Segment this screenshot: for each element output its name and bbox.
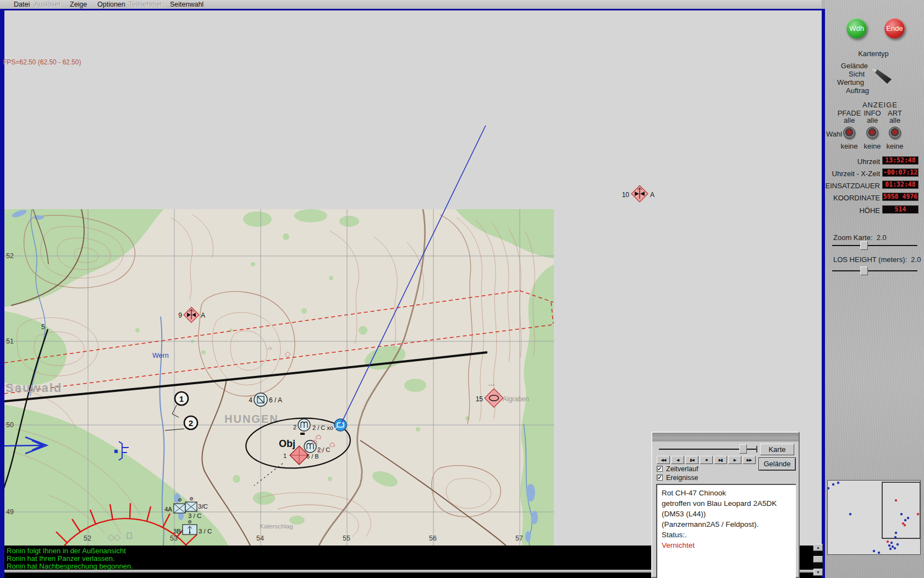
hoehe-label: HÖHE: [825, 206, 880, 215]
playback-dialog: ◀◀ ◀ ▮◀ ■ ▶▮ ▶ ▶▶ ✓ Zeitverlauf ✓ Ereign…: [651, 432, 800, 578]
console-message: Ronin folgt Ihnen in der Außenansicht: [7, 547, 126, 555]
anzeige-title: ANZEIGE: [858, 101, 902, 109]
menu-seitenwahl[interactable]: Seitenwahl: [170, 1, 204, 8]
kartentyp-option-gelaende[interactable]: Gelände: [825, 62, 868, 70]
zoom-slider-handle[interactable]: [860, 241, 868, 250]
hoehe-display: 514: [882, 205, 919, 214]
los-slider-track[interactable]: [832, 270, 917, 271]
xzeit-label: Uhrzeit - X-Zeit: [825, 170, 880, 178]
step-forward-button[interactable]: ▶▮: [714, 456, 727, 464]
event-status: Vernichtet: [662, 540, 791, 550]
zeitverlauf-checkbox[interactable]: ✓: [657, 466, 663, 472]
uhrzeit-display: 13:52:48: [882, 156, 919, 165]
menu-zeige[interactable]: Zeige: [70, 1, 87, 8]
los-height-label: LOS HEIGHT (meters): 2.0: [833, 255, 921, 264]
zoom-slider-track[interactable]: [832, 245, 917, 246]
ende-button[interactable]: Ende: [884, 18, 905, 39]
overview-map[interactable]: [827, 480, 921, 555]
event-text-area[interactable]: Rot CH-47 Chinook getroffen von Blau Leo…: [656, 484, 796, 578]
console-message: Ronin hat Ihren Panzer verlassen.: [7, 555, 115, 563]
koordinate-label: KOORDINATE: [825, 194, 880, 202]
fps-counter: FPS=62.50 (62.50 - 62.50): [3, 58, 81, 66]
uhrzeit-label: Uhrzeit: [825, 157, 880, 166]
minimap-view-rectangle[interactable]: [882, 482, 920, 538]
fast-forward-button[interactable]: ▶▶: [743, 456, 756, 464]
console-message: Ronin hat Nachbesprechung begonnen.: [7, 563, 133, 570]
kartentyp-option-wertung[interactable]: Wertung: [825, 78, 864, 86]
menu-optionen[interactable]: Optionen: [97, 1, 125, 8]
scroll-down-icon[interactable]: ▼: [813, 569, 823, 576]
scrollbar-thumb[interactable]: [813, 556, 823, 563]
event-line: Status:.: [662, 530, 791, 540]
scroll-up-icon[interactable]: ▲: [813, 544, 823, 551]
menu-datei[interactable]: Datei: [14, 1, 30, 8]
window-border-top: [0, 9, 822, 10]
step-back-button[interactable]: ▮◀: [685, 456, 698, 464]
console-scrollbar[interactable]: ▲ ▼: [813, 544, 823, 576]
play-button[interactable]: ▶: [728, 456, 741, 464]
control-panel: Wdh Ende Kartentyp Gelände Sicht Wertung…: [825, 0, 924, 578]
einsatzdauer-label: EINSATZDAUER: [825, 182, 880, 190]
art-keine-label: keine: [878, 142, 911, 150]
event-line: (Panzermann2A5 / Feldpost).: [662, 519, 791, 530]
art-alle-label: alle: [878, 116, 911, 124]
window-border-left: [0, 9, 4, 578]
menu-bar: Datei Auslöser Zeige Optionen Teilnehmer…: [0, 0, 822, 9]
stop-button[interactable]: ■: [700, 456, 713, 464]
pfade-knob-icon[interactable]: [843, 127, 855, 139]
info-knob-icon[interactable]: [866, 127, 878, 139]
event-line: (DM53 (L44)): [662, 509, 791, 519]
menu-ausloeser: Auslöser: [34, 1, 61, 8]
kartentyp-title: Kartentyp: [842, 50, 905, 58]
zoom-karte-label: Zoom Karte: 2.0: [833, 233, 887, 242]
los-slider-handle[interactable]: [860, 266, 868, 275]
gelaende-button[interactable]: Gelände: [759, 458, 795, 470]
event-line: getroffen von Blau Leopard 2A5DK: [662, 498, 791, 509]
karte-button[interactable]: Karte: [760, 444, 794, 455]
kartentyp-option-sicht[interactable]: Sicht: [825, 70, 865, 78]
zeitverlauf-label: Zeitverlauf: [666, 465, 698, 473]
rewind-button[interactable]: ◀◀: [657, 456, 670, 464]
ereignisse-checkbox[interactable]: ✓: [657, 475, 663, 481]
einsatzdauer-display: 01:32:48: [882, 181, 919, 189]
dialog-title-bar[interactable]: [652, 433, 799, 441]
play-reverse-button[interactable]: ◀: [671, 456, 684, 464]
minimap-unit-dots: [828, 482, 919, 554]
xzeit-display: -00:07:12: [882, 168, 919, 177]
kartentyp-knob-pointer-icon[interactable]: [870, 64, 894, 85]
event-line: Rot CH-47 Chinook: [662, 488, 791, 498]
timeline-end-tick: [756, 446, 757, 452]
timeline-slider-handle[interactable]: [739, 444, 747, 454]
wahl-label: Wahl: [826, 130, 842, 138]
koordinate-display: 5958 4976: [882, 193, 919, 201]
menu-teilnehmer: Teilnehmer:: [129, 1, 164, 8]
kartentyp-option-auftrag[interactable]: Auftrag: [825, 86, 869, 95]
wdh-button[interactable]: Wdh: [846, 18, 867, 39]
ereignisse-label: Ereignisse: [666, 474, 698, 482]
art-knob-icon[interactable]: [889, 127, 901, 139]
